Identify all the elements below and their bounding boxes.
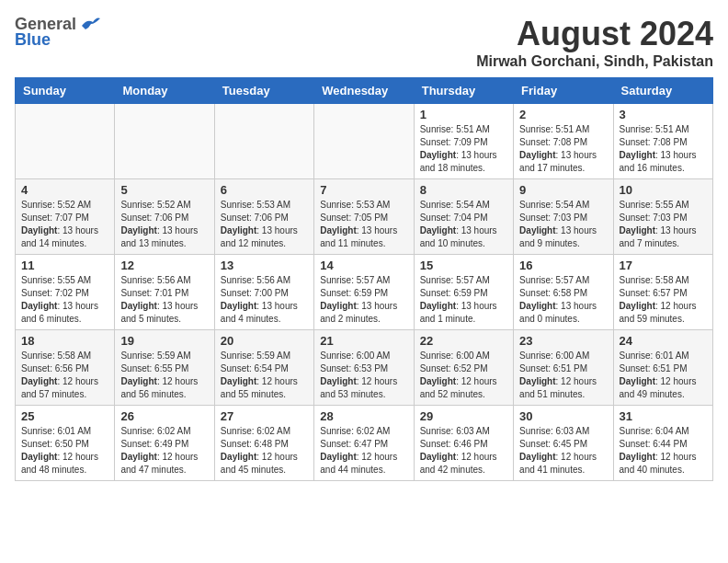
day-info: Sunrise: 5:52 AMSunset: 7:06 PMDaylight:… [120, 199, 208, 250]
day-info: Sunrise: 5:51 AMSunset: 7:09 PMDaylight:… [420, 123, 507, 175]
day-number: 6 [221, 183, 308, 197]
month-title: August 2024 [476, 15, 713, 53]
day-info: Sunrise: 5:57 AMSunset: 6:58 PMDaylight:… [519, 274, 607, 326]
day-number: 9 [519, 183, 607, 197]
calendar-cell: 14Sunrise: 5:57 AMSunset: 6:59 PMDayligh… [314, 255, 414, 330]
calendar-cell [16, 104, 115, 179]
calendar-cell: 5Sunrise: 5:52 AMSunset: 7:06 PMDaylight… [115, 179, 214, 255]
day-number: 16 [519, 259, 607, 272]
day-number: 8 [420, 183, 507, 197]
day-info: Sunrise: 5:53 AMSunset: 7:05 PMDaylight:… [320, 199, 407, 250]
calendar-cell: 16Sunrise: 5:57 AMSunset: 6:58 PMDayligh… [514, 255, 613, 330]
calendar-cell: 27Sunrise: 6:02 AMSunset: 6:48 PMDayligh… [214, 406, 313, 481]
day-info: Sunrise: 5:59 AMSunset: 6:54 PMDaylight:… [221, 350, 308, 401]
day-info: Sunrise: 6:02 AMSunset: 6:49 PMDaylight:… [120, 425, 208, 477]
day-number: 5 [120, 183, 208, 197]
day-info: Sunrise: 5:52 AMSunset: 7:07 PMDaylight:… [21, 199, 108, 250]
day-info: Sunrise: 6:03 AMSunset: 6:46 PMDaylight:… [420, 425, 507, 477]
calendar-week-row: 25Sunrise: 6:01 AMSunset: 6:50 PMDayligh… [16, 406, 713, 481]
day-number: 26 [120, 409, 208, 423]
header-sunday: Sunday [16, 78, 115, 104]
day-number: 22 [420, 334, 507, 348]
day-number: 7 [320, 183, 407, 197]
day-number: 14 [320, 259, 407, 272]
day-number: 10 [620, 183, 707, 197]
day-info: Sunrise: 5:58 AMSunset: 6:56 PMDaylight:… [21, 350, 108, 401]
day-number: 11 [21, 259, 108, 272]
calendar-cell: 6Sunrise: 5:53 AMSunset: 7:06 PMDaylight… [214, 179, 313, 255]
calendar-table: Sunday Monday Tuesday Wednesday Thursday… [15, 77, 713, 481]
day-info: Sunrise: 5:54 AMSunset: 7:04 PMDaylight:… [420, 199, 507, 250]
day-info: Sunrise: 6:00 AMSunset: 6:51 PMDaylight:… [519, 350, 607, 401]
calendar-cell: 20Sunrise: 5:59 AMSunset: 6:54 PMDayligh… [214, 330, 313, 406]
calendar-week-row: 18Sunrise: 5:58 AMSunset: 6:56 PMDayligh… [16, 330, 713, 406]
day-number: 20 [221, 334, 308, 348]
day-number: 3 [620, 108, 707, 121]
day-info: Sunrise: 5:51 AMSunset: 7:08 PMDaylight:… [620, 123, 707, 175]
day-number: 25 [21, 409, 108, 423]
day-number: 17 [620, 259, 707, 272]
calendar-cell: 19Sunrise: 5:59 AMSunset: 6:55 PMDayligh… [115, 330, 214, 406]
header-monday: Monday [115, 78, 214, 104]
page-header: General Blue August 2024 Mirwah Gorchani… [15, 15, 713, 70]
day-info: Sunrise: 5:56 AMSunset: 7:01 PMDaylight:… [120, 274, 208, 326]
logo-blue-text: Blue [15, 30, 51, 50]
day-number: 31 [620, 409, 707, 423]
calendar-cell: 10Sunrise: 5:55 AMSunset: 7:03 PMDayligh… [613, 179, 712, 255]
day-number: 13 [221, 259, 308, 272]
calendar-cell: 30Sunrise: 6:03 AMSunset: 6:45 PMDayligh… [514, 406, 613, 481]
header-saturday: Saturday [613, 78, 712, 104]
day-info: Sunrise: 5:55 AMSunset: 7:03 PMDaylight:… [620, 199, 707, 250]
location-title: Mirwah Gorchani, Sindh, Pakistan [476, 53, 713, 70]
calendar-cell: 17Sunrise: 5:58 AMSunset: 6:57 PMDayligh… [613, 255, 712, 330]
header-thursday: Thursday [414, 78, 513, 104]
calendar-cell: 29Sunrise: 6:03 AMSunset: 6:46 PMDayligh… [414, 406, 513, 481]
header-wednesday: Wednesday [314, 78, 414, 104]
header-tuesday: Tuesday [214, 78, 313, 104]
day-number: 29 [420, 409, 507, 423]
day-info: Sunrise: 5:56 AMSunset: 7:00 PMDaylight:… [221, 274, 308, 326]
weekday-header-row: Sunday Monday Tuesday Wednesday Thursday… [16, 78, 713, 104]
calendar-cell: 2Sunrise: 5:51 AMSunset: 7:08 PMDaylight… [514, 104, 613, 179]
logo: General Blue [15, 15, 100, 50]
day-info: Sunrise: 6:04 AMSunset: 6:44 PMDaylight:… [620, 425, 707, 477]
calendar-cell: 9Sunrise: 5:54 AMSunset: 7:03 PMDaylight… [514, 179, 613, 255]
day-info: Sunrise: 6:00 AMSunset: 6:52 PMDaylight:… [420, 350, 507, 401]
day-number: 23 [519, 334, 607, 348]
calendar-cell: 18Sunrise: 5:58 AMSunset: 6:56 PMDayligh… [16, 330, 115, 406]
day-number: 19 [120, 334, 208, 348]
day-info: Sunrise: 6:02 AMSunset: 6:47 PMDaylight:… [320, 425, 407, 477]
calendar-cell: 3Sunrise: 5:51 AMSunset: 7:08 PMDaylight… [613, 104, 712, 179]
day-number: 28 [320, 409, 407, 423]
day-number: 21 [320, 334, 407, 348]
day-number: 15 [420, 259, 507, 272]
logo-bird-icon [80, 17, 100, 33]
day-number: 1 [420, 108, 507, 121]
day-info: Sunrise: 5:57 AMSunset: 6:59 PMDaylight:… [420, 274, 507, 326]
calendar-cell [314, 104, 414, 179]
calendar-cell: 13Sunrise: 5:56 AMSunset: 7:00 PMDayligh… [214, 255, 313, 330]
calendar-cell: 1Sunrise: 5:51 AMSunset: 7:09 PMDaylight… [414, 104, 513, 179]
day-info: Sunrise: 5:58 AMSunset: 6:57 PMDaylight:… [620, 274, 707, 326]
calendar-week-row: 4Sunrise: 5:52 AMSunset: 7:07 PMDaylight… [16, 179, 713, 255]
day-info: Sunrise: 6:01 AMSunset: 6:51 PMDaylight:… [620, 350, 707, 401]
calendar-cell [115, 104, 214, 179]
day-info: Sunrise: 6:01 AMSunset: 6:50 PMDaylight:… [21, 425, 108, 477]
day-info: Sunrise: 6:03 AMSunset: 6:45 PMDaylight:… [519, 425, 607, 477]
day-number: 27 [221, 409, 308, 423]
day-number: 24 [620, 334, 707, 348]
calendar-cell: 8Sunrise: 5:54 AMSunset: 7:04 PMDaylight… [414, 179, 513, 255]
day-info: Sunrise: 5:51 AMSunset: 7:08 PMDaylight:… [519, 123, 607, 175]
day-number: 18 [21, 334, 108, 348]
calendar-cell: 11Sunrise: 5:55 AMSunset: 7:02 PMDayligh… [16, 255, 115, 330]
day-info: Sunrise: 6:02 AMSunset: 6:48 PMDaylight:… [221, 425, 308, 477]
day-number: 30 [519, 409, 607, 423]
calendar-cell: 15Sunrise: 5:57 AMSunset: 6:59 PMDayligh… [414, 255, 513, 330]
calendar-cell: 25Sunrise: 6:01 AMSunset: 6:50 PMDayligh… [16, 406, 115, 481]
day-number: 12 [120, 259, 208, 272]
day-info: Sunrise: 5:55 AMSunset: 7:02 PMDaylight:… [21, 274, 108, 326]
header-friday: Friday [514, 78, 613, 104]
calendar-cell [214, 104, 313, 179]
calendar-cell: 28Sunrise: 6:02 AMSunset: 6:47 PMDayligh… [314, 406, 414, 481]
day-info: Sunrise: 5:54 AMSunset: 7:03 PMDaylight:… [519, 199, 607, 250]
